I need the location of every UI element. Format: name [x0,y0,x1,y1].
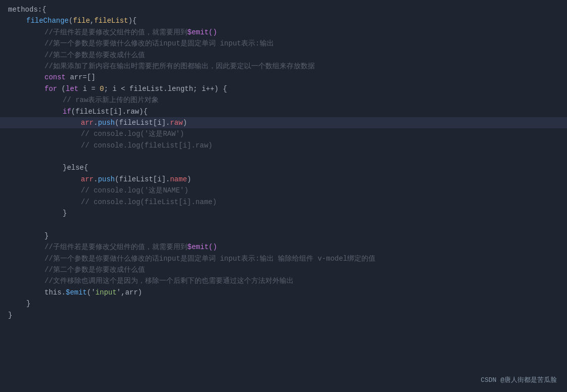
code-line: //第二个参数是你要改成什么值 [0,50,567,61]
code-line: //第二个参数是你要改成什么值 [0,264,567,275]
code-line: //子组件若是要修改父组件的值，就需要用到$emit() [0,27,567,38]
code-line: // console.log(fileList[i].name) [0,197,567,208]
code-line: if(fileList[i].raw){ [0,106,567,117]
code-line [0,219,567,230]
code-line: fileChange(file,fileList){ [0,15,567,26]
code-line: //第一个参数是你要做什么修改的话input是固定单词 input表示:输出 输… [0,253,567,264]
code-editor: methods:{fileChange(file,fileList){//子组件… [0,0,567,392]
code-line: } [0,298,567,309]
code-line: // raw表示新上传的图片对象 [0,94,567,106]
code-line: // console.log('这是RAW') [0,128,567,139]
code-line [0,151,567,162]
code-line: } [0,208,567,219]
code-line: methods:{ [0,4,567,15]
code-line: arr.push(fileList[i].name) [0,174,567,185]
code-line: arr.push(fileList[i].raw) [0,117,567,128]
code-line: //子组件若是要修改父组件的值，就需要用到$emit() [0,241,567,253]
code-line: }else{ [0,162,567,173]
code-line: this.$emit('input',arr) [0,287,567,298]
watermark-text: CSDN @唐人街都是苦瓜脸 [481,375,557,386]
code-line: } [0,230,567,241]
code-line: const arr=[] [0,72,567,83]
code-line: //文件移除也调用这个是因为，移除一个后剩下的也需要通过这个方法对外输出 [0,275,567,286]
code-line: for (let i = 0; i < fileList.length; i++… [0,83,567,94]
code-line: // console.log('这是NAME') [0,185,567,196]
code-line: // console.log(fileList[i].raw) [0,140,567,151]
code-line: //如果添加了新内容在输出时需要把所有的图都输出，因此要定以一个数组来存放数据 [0,61,567,72]
code-line: //第一个参数是你要做什么修改的话input是固定单词 input表示:输出 [0,38,567,49]
code-line: } [0,310,567,321]
